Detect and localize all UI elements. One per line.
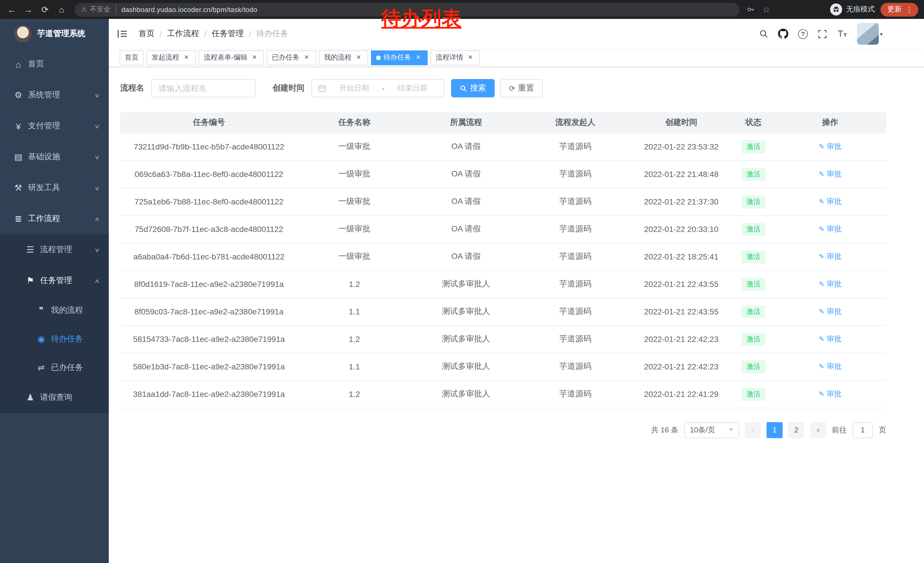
close-icon[interactable]: × <box>182 53 190 62</box>
help-icon[interactable]: ? <box>798 29 808 39</box>
approve-link[interactable]: ✎ 审批 <box>819 224 842 234</box>
process-name-input[interactable] <box>151 79 255 98</box>
chevron-icon: ∧ <box>94 278 100 284</box>
status-badge: 激活 <box>741 222 765 236</box>
reset-button[interactable]: ⟳ 重置 <box>500 79 543 98</box>
bookmark-star-icon[interactable]: ☆ <box>762 4 770 15</box>
approve-link[interactable]: ✎ 审批 <box>819 306 842 317</box>
sidebar-item-system[interactable]: ⚙ 系统管理 ∨ <box>0 80 109 111</box>
status-badge: 激活 <box>741 332 765 346</box>
page-number-button[interactable]: 2 <box>788 422 804 438</box>
table-row: 8f0d1619-7ac8-11ec-a9e2-a2380e71991a 1.2… <box>120 270 886 298</box>
browser-home-icon[interactable]: ⌂ <box>53 3 70 17</box>
close-icon[interactable]: × <box>354 53 363 62</box>
collapse-sidebar-icon[interactable] <box>117 27 129 40</box>
cell-task-name: 一级审批 <box>298 161 411 188</box>
address-bar[interactable]: ⚠ 不安全 dashboard.yudao.iocoder.cn/bpm/tas… <box>74 3 740 17</box>
search-button[interactable]: 搜索 <box>451 79 495 98</box>
breadcrumb-item[interactable]: 工作流程 / <box>167 29 212 39</box>
menu-item-label: 系统管理 <box>28 90 60 100</box>
breadcrumb-item[interactable]: 首页 / <box>138 29 167 39</box>
sidebar-item-leave-query[interactable]: ♟ 请假查询 <box>0 382 109 413</box>
eye-icon: ◉ <box>34 334 48 344</box>
table-row: 580e1b3d-7ac8-11ec-a9e2-a2380e71991a 1.1… <box>120 353 886 380</box>
approve-link[interactable]: ✎ 审批 <box>819 197 842 207</box>
prev-page-button[interactable]: ‹ <box>745 422 761 438</box>
security-chip[interactable]: ⚠ 不安全 <box>81 5 116 14</box>
sidebar-item-home[interactable]: ⌂ 首页 <box>0 49 109 80</box>
approve-link[interactable]: ✎ 审批 <box>819 279 842 289</box>
browser-update-button[interactable]: 更新 ⋮ <box>880 3 918 17</box>
github-icon[interactable] <box>778 29 788 39</box>
cell-process: OA 请假 <box>411 133 521 161</box>
tab[interactable]: 流程表单-编辑 × <box>199 50 264 65</box>
start-date-placeholder[interactable]: 开始日期 <box>328 83 380 93</box>
approve-link[interactable]: ✎ 审批 <box>819 362 842 372</box>
page-number-button[interactable]: 1 <box>766 422 783 438</box>
tab[interactable]: 我的流程 × <box>319 50 368 65</box>
sidebar-item-my-process[interactable]: ❞ 我的流程 <box>0 296 109 325</box>
tab[interactable]: 待办任务 × <box>371 50 428 65</box>
next-page-button[interactable]: › <box>810 422 826 438</box>
gear-icon: ⚙ <box>12 90 25 100</box>
screen: ← → ⟳ ⌂ ⚠ 不安全 dashboard.yudao.iocoder.cn… <box>0 0 924 563</box>
font-size-icon[interactable] <box>837 29 847 38</box>
edit-icon: ✎ <box>819 170 824 178</box>
chevron-down-icon: ▾ <box>880 31 883 37</box>
sidebar-item-process-management[interactable]: ☰ 流程管理 ∨ <box>0 234 109 265</box>
goto-page-input[interactable] <box>852 422 873 438</box>
cell-created: 2022-01-21 22:42:23 <box>630 325 733 353</box>
close-icon[interactable]: × <box>414 53 423 62</box>
page-size-select[interactable]: 10条/页 <box>684 422 739 438</box>
sidebar-item-infrastructure[interactable]: ▤ 基础设施 ∨ <box>0 141 109 173</box>
fullscreen-icon[interactable] <box>818 29 827 39</box>
chat-icon: ❞ <box>34 305 48 315</box>
approve-link[interactable]: ✎ 审批 <box>819 389 842 399</box>
cell-process: OA 请假 <box>411 215 521 243</box>
tab[interactable]: 流程详情 × <box>430 50 480 65</box>
tab-label: 已办任务 <box>272 53 299 62</box>
browser-back-icon[interactable]: ← <box>3 3 20 17</box>
close-icon[interactable]: × <box>302 53 311 62</box>
sidebar-item-task-management[interactable]: ⚑ 任务管理 ∧ <box>0 265 109 296</box>
password-key-icon[interactable] <box>747 5 755 14</box>
browser-forward-icon[interactable]: → <box>20 3 37 17</box>
sidebar-item-done-tasks[interactable]: ⇌ 已办任务 <box>0 353 109 382</box>
close-icon[interactable]: × <box>250 53 259 62</box>
sidebar-item-todo-tasks[interactable]: ◉ 待办任务 <box>0 325 109 353</box>
app-logo[interactable]: 芋道管理系统 <box>0 19 109 49</box>
swap-icon: ⇌ <box>34 363 48 373</box>
cell-created: 2022-01-22 20:33:10 <box>630 215 733 243</box>
sidebar-item-payment[interactable]: ¥ 支付管理 ∨ <box>0 111 109 141</box>
table-row: 75d72608-7b7f-11ec-a3c8-acde48001122 一级审… <box>120 215 886 243</box>
date-range-picker[interactable]: 开始日期 - 结束日期 <box>311 79 444 98</box>
end-date-placeholder[interactable]: 结束日期 <box>387 83 438 93</box>
tab[interactable]: 首页 <box>120 50 144 65</box>
menu-item-label: 研发工具 <box>28 183 60 193</box>
approve-link[interactable]: ✎ 审批 <box>819 169 842 179</box>
tab-label: 待办任务 <box>384 53 411 62</box>
tab[interactable]: 发起流程 × <box>147 50 196 65</box>
approve-link[interactable]: ✎ 审批 <box>819 251 842 262</box>
browser-menu-dots-icon[interactable]: ⋮ <box>906 5 913 14</box>
browser-refresh-icon[interactable]: ⟳ <box>37 3 53 17</box>
search-icon[interactable] <box>759 29 768 38</box>
process-name-label: 流程名 <box>120 83 144 93</box>
approve-link[interactable]: ✎ 审批 <box>819 334 842 344</box>
cell-created: 2022-01-21 22:43:55 <box>630 270 733 298</box>
approve-link[interactable]: ✎ 审批 <box>819 141 842 152</box>
tab-label: 流程表单-编辑 <box>204 53 248 62</box>
cell-task-id: 75d72608-7b7f-11ec-a3c8-acde48001122 <box>120 215 298 243</box>
breadcrumb-item[interactable]: 任务管理 / <box>212 29 256 39</box>
logo-avatar-image <box>14 25 32 42</box>
tab[interactable]: 已办任务 × <box>267 50 316 65</box>
cell-task-id: 8f059c03-7ac8-11ec-a9e2-a2380e71991a <box>120 298 298 325</box>
sidebar-item-dev-tools[interactable]: ⚒ 研发工具 ∨ <box>0 173 109 203</box>
close-icon[interactable]: × <box>466 53 475 62</box>
user-avatar[interactable]: ▾ <box>857 23 883 45</box>
pagination: 共 16 条 10条/页 ‹ 1 2 › 前往 页 <box>120 422 886 438</box>
chevron-icon: ∨ <box>94 123 100 129</box>
sidebar-item-workflow[interactable]: ≣ 工作流程 ∧ <box>0 203 109 234</box>
column-header: 操作 <box>774 112 886 133</box>
tab-bar: 首页 发起流程 × 流程表单-编辑 × 已办任务 <box>109 49 924 67</box>
